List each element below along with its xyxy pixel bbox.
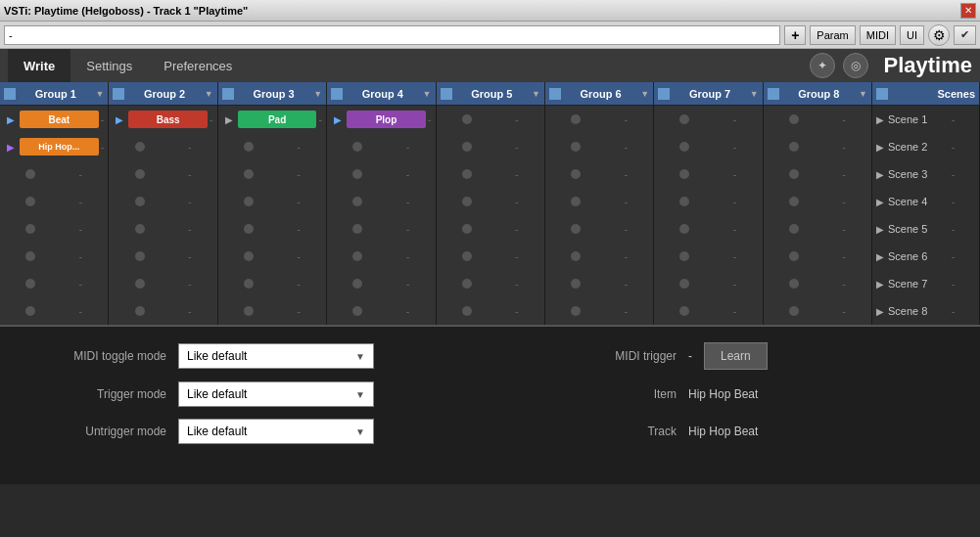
trigger-mode-select[interactable]: Like default ▼ xyxy=(178,381,374,407)
compass-icon[interactable]: ◎ xyxy=(843,53,868,78)
cell-6-5[interactable]: - xyxy=(545,270,654,297)
cell-2-1[interactable]: - xyxy=(109,160,217,188)
empty-slot[interactable] xyxy=(571,251,581,261)
empty-slot[interactable] xyxy=(25,169,35,179)
cell-7-2[interactable]: - xyxy=(218,297,327,325)
cell-0-4[interactable]: - xyxy=(437,106,545,133)
scene-play-icon[interactable]: ▶ xyxy=(876,169,884,180)
empty-slot[interactable] xyxy=(462,279,472,289)
cell-6-6[interactable]: - xyxy=(654,270,763,297)
cell-0-6[interactable]: - xyxy=(654,106,763,133)
empty-slot[interactable] xyxy=(679,251,689,261)
empty-slot[interactable] xyxy=(244,142,254,152)
scene-play-icon[interactable]: ▶ xyxy=(876,279,884,290)
clip-plop[interactable]: Plop xyxy=(347,111,426,128)
clip-pad[interactable]: Pad xyxy=(238,111,317,128)
cell-3-0[interactable]: - xyxy=(0,188,109,215)
empty-slot[interactable] xyxy=(789,197,799,206)
cell-3-2[interactable]: - xyxy=(218,188,327,215)
empty-slot[interactable] xyxy=(135,279,145,289)
cell-3-6[interactable]: - xyxy=(654,188,763,215)
empty-slot[interactable] xyxy=(135,251,145,261)
empty-slot[interactable] xyxy=(679,114,689,124)
empty-slot[interactable] xyxy=(244,279,254,289)
learn-button[interactable]: Learn xyxy=(704,342,768,370)
cell-6-2[interactable]: - xyxy=(218,270,327,297)
ui-button[interactable]: UI xyxy=(900,25,924,45)
empty-slot[interactable] xyxy=(462,197,472,206)
cell-1-1[interactable]: - xyxy=(109,133,217,160)
cell-5-1[interactable]: - xyxy=(109,243,217,270)
empty-slot[interactable] xyxy=(135,306,145,316)
empty-slot[interactable] xyxy=(244,251,254,261)
cell-1-3[interactable]: - xyxy=(327,133,436,160)
cell-5-7[interactable]: - xyxy=(764,243,872,270)
scene-play-icon[interactable]: ▶ xyxy=(876,197,884,207)
cell-1-5[interactable]: - xyxy=(545,133,654,160)
empty-slot[interactable] xyxy=(462,251,472,261)
scene-cell-2[interactable]: ▶Scene 3- xyxy=(872,160,980,188)
param-button[interactable]: Param xyxy=(810,25,855,45)
cell-0-0[interactable]: ▶ Beat - xyxy=(0,106,109,133)
col-header-group7[interactable]: Group 7 ▼ xyxy=(654,82,763,106)
col-header-group3[interactable]: Group 3 ▼ xyxy=(218,82,327,106)
scene-cell-3[interactable]: ▶Scene 4- xyxy=(872,188,980,215)
empty-slot[interactable] xyxy=(789,306,799,316)
scene-cell-7[interactable]: ▶Scene 8- xyxy=(872,297,980,325)
empty-slot[interactable] xyxy=(789,142,799,152)
scene-cell-6[interactable]: ▶Scene 7- xyxy=(872,270,980,297)
clip-hiphop[interactable]: Hip Hop... xyxy=(20,138,99,156)
empty-slot[interactable] xyxy=(352,197,362,206)
empty-slot[interactable] xyxy=(571,279,581,289)
empty-slot[interactable] xyxy=(352,306,362,316)
empty-slot[interactable] xyxy=(25,197,35,206)
cell-2-2[interactable]: - xyxy=(218,160,327,188)
empty-slot[interactable] xyxy=(25,224,35,234)
empty-slot[interactable] xyxy=(571,169,581,179)
col-header-group5[interactable]: Group 5 ▼ xyxy=(437,82,545,106)
empty-slot[interactable] xyxy=(244,197,254,206)
empty-slot[interactable] xyxy=(462,306,472,316)
empty-slot[interactable] xyxy=(135,224,145,234)
cell-1-6[interactable]: - xyxy=(654,133,763,160)
scene-play-icon[interactable]: ▶ xyxy=(876,114,884,125)
col-header-scenes[interactable]: Scenes xyxy=(872,82,980,106)
empty-slot[interactable] xyxy=(135,169,145,179)
cell-3-5[interactable]: - xyxy=(545,188,654,215)
cell-2-4[interactable]: - xyxy=(437,160,545,188)
tab-write[interactable]: Write xyxy=(8,49,70,82)
scene-cell-1[interactable]: ▶ Scene 2 - xyxy=(872,133,980,160)
empty-slot[interactable] xyxy=(679,197,689,206)
empty-slot[interactable] xyxy=(571,114,581,124)
cell-6-3[interactable]: - xyxy=(327,270,436,297)
empty-slot[interactable] xyxy=(789,114,799,124)
close-button[interactable]: ✕ xyxy=(960,3,976,19)
empty-slot[interactable] xyxy=(462,142,472,152)
empty-slot[interactable] xyxy=(25,279,35,289)
empty-slot[interactable] xyxy=(789,169,799,179)
cell-6-4[interactable]: - xyxy=(437,270,545,297)
play-icon[interactable]: ▶ xyxy=(4,140,18,154)
empty-slot[interactable] xyxy=(352,279,362,289)
cell-4-7[interactable]: - xyxy=(764,215,872,243)
cell-7-3[interactable]: - xyxy=(327,297,436,325)
empty-slot[interactable] xyxy=(352,224,362,234)
cell-1-0[interactable]: ▶ Hip Hop... - xyxy=(0,133,109,160)
cell-2-3[interactable]: - xyxy=(327,160,436,188)
col-header-group6[interactable]: Group 6 ▼ xyxy=(545,82,654,106)
cell-2-6[interactable]: - xyxy=(654,160,763,188)
play-icon[interactable]: ▶ xyxy=(331,112,345,126)
scene-play-icon[interactable]: ▶ xyxy=(876,224,884,235)
empty-slot[interactable] xyxy=(462,114,472,124)
cell-4-2[interactable]: - xyxy=(218,215,327,243)
clip-beat[interactable]: Beat xyxy=(20,111,99,128)
tab-settings[interactable]: Settings xyxy=(70,49,148,82)
toolbar-input[interactable] xyxy=(4,25,780,45)
cell-2-0[interactable]: - xyxy=(0,160,109,188)
play-icon[interactable]: ▶ xyxy=(222,112,236,126)
col-header-group8[interactable]: Group 8 ▼ xyxy=(764,82,872,106)
cell-4-6[interactable]: - xyxy=(654,215,763,243)
empty-slot[interactable] xyxy=(789,279,799,289)
cell-5-0[interactable]: - xyxy=(0,243,109,270)
empty-slot[interactable] xyxy=(679,279,689,289)
